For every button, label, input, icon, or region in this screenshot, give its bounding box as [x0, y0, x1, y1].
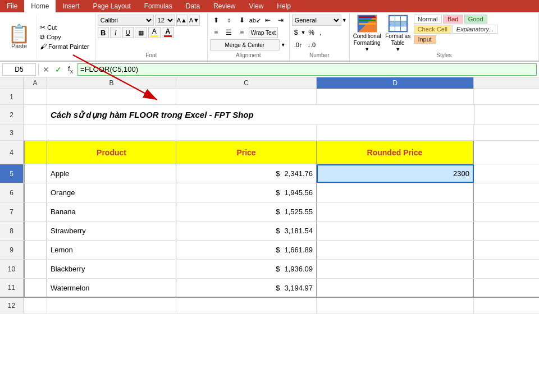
- cell-b11[interactable]: Watermelon: [47, 279, 176, 297]
- decrease-decimal-button[interactable]: ↓.0: [305, 39, 318, 50]
- cell-c9[interactable]: $1,661.89: [176, 241, 317, 259]
- tab-data[interactable]: Data: [179, 0, 207, 12]
- input-style[interactable]: Input: [414, 35, 436, 44]
- cell-c8[interactable]: $3,181.54: [176, 222, 317, 240]
- good-style[interactable]: Good: [464, 15, 487, 24]
- bad-style[interactable]: Bad: [443, 15, 463, 24]
- cell-c3[interactable]: [176, 125, 317, 140]
- font-size-select[interactable]: 12: [155, 15, 175, 26]
- cell-a6[interactable]: [24, 183, 47, 202]
- cell-d3[interactable]: [317, 125, 474, 140]
- cell-c1[interactable]: [176, 89, 317, 104]
- cell-a4[interactable]: [24, 141, 47, 164]
- cell-a7[interactable]: [24, 202, 47, 221]
- cell-a9[interactable]: [24, 241, 47, 259]
- cell-d4-header[interactable]: Rounded Price: [317, 141, 474, 164]
- cell-c10[interactable]: $1,936.09: [176, 260, 317, 278]
- col-header-a[interactable]: A: [24, 77, 47, 89]
- normal-style[interactable]: Normal: [414, 15, 442, 24]
- cell-d5[interactable]: 2300: [317, 164, 474, 183]
- tab-review[interactable]: Review: [207, 0, 242, 12]
- row-num-12[interactable]: 12: [0, 298, 24, 313]
- align-top-button[interactable]: ⬆: [210, 15, 222, 26]
- cell-a8[interactable]: [24, 222, 47, 240]
- indent-increase-button[interactable]: ⇥: [275, 15, 287, 26]
- cell-b4-header[interactable]: Product: [47, 141, 176, 164]
- merge-dropdown-icon[interactable]: ▼: [280, 42, 287, 48]
- col-header-d[interactable]: D: [317, 77, 474, 89]
- font-family-select[interactable]: Calibri: [98, 15, 154, 26]
- cell-c5[interactable]: $2,341.76: [176, 164, 317, 183]
- wrap-text-button[interactable]: Wrap Text: [249, 27, 278, 38]
- cell-d7[interactable]: [317, 202, 474, 221]
- number-format-dropdown-icon[interactable]: ▼: [342, 17, 347, 23]
- comma-button[interactable]: ,: [317, 27, 323, 38]
- align-bottom-button[interactable]: ⬇: [236, 15, 248, 26]
- accounting-dropdown-icon[interactable]: ▼: [300, 30, 305, 35]
- cell-a11[interactable]: [24, 279, 47, 297]
- cell-b3[interactable]: [47, 125, 176, 140]
- cell-b5[interactable]: Apple: [47, 164, 176, 183]
- cell-d12[interactable]: [317, 298, 474, 313]
- copy-button[interactable]: ⧉ Copy: [39, 33, 90, 41]
- format-table-dropdown[interactable]: ▼: [395, 47, 400, 52]
- cell-c7[interactable]: $1,525.55: [176, 202, 317, 221]
- cond-format-dropdown[interactable]: ▼: [364, 47, 369, 52]
- cell-d8[interactable]: [317, 222, 474, 240]
- text-direction-button[interactable]: ab↙: [249, 15, 261, 26]
- bold-button[interactable]: B: [98, 27, 109, 38]
- formula-input[interactable]: =FLOOR(C5,100): [77, 63, 537, 76]
- row-num-10[interactable]: 10: [0, 260, 24, 278]
- align-middle-button[interactable]: ↕: [223, 15, 235, 26]
- tab-page-layout[interactable]: Page Layout: [86, 0, 137, 12]
- cell-b2[interactable]: Cách sử dụng hàm FLOOR trong Excel - FPT…: [47, 105, 475, 124]
- cell-b9[interactable]: Lemon: [47, 241, 176, 259]
- cell-c12[interactable]: [176, 298, 317, 313]
- cancel-formula-button[interactable]: ✕: [41, 65, 51, 74]
- check-cell-style[interactable]: Check Cell: [414, 25, 451, 34]
- cell-a5[interactable]: [24, 164, 47, 183]
- increase-decimal-button[interactable]: .0↑: [292, 39, 305, 50]
- cut-button[interactable]: ✂ Cut: [39, 23, 90, 32]
- explanatory-style[interactable]: Explanatory...: [453, 25, 497, 34]
- cell-d10[interactable]: [317, 260, 474, 278]
- cell-a2[interactable]: [24, 105, 47, 124]
- confirm-formula-button[interactable]: ✓: [53, 65, 63, 74]
- tab-view[interactable]: View: [243, 0, 271, 12]
- conditional-formatting-button[interactable]: Conditional Formatting ▼: [352, 15, 382, 52]
- row-num-8[interactable]: 8: [0, 222, 24, 240]
- align-right-button[interactable]: ≡: [236, 27, 248, 38]
- cell-b12[interactable]: [47, 298, 176, 313]
- cell-d6[interactable]: [317, 183, 474, 202]
- border-button[interactable]: ▦: [135, 27, 147, 38]
- align-left-button[interactable]: ≡: [210, 27, 222, 38]
- row-num-4[interactable]: 4: [0, 141, 24, 164]
- row-num-11[interactable]: 11: [0, 279, 24, 297]
- cell-c6[interactable]: $1,945.56: [176, 183, 317, 202]
- format-painter-button[interactable]: 🖌 Format Painter: [39, 42, 90, 51]
- align-center-button[interactable]: ☰: [223, 27, 235, 38]
- tab-formulas[interactable]: Formulas: [138, 0, 179, 12]
- row-num-5[interactable]: 5: [0, 164, 24, 183]
- decrease-font-button[interactable]: A▼: [189, 15, 200, 26]
- italic-button[interactable]: I: [110, 27, 121, 38]
- percent-button[interactable]: %: [306, 27, 317, 38]
- row-num-9[interactable]: 9: [0, 241, 24, 259]
- cell-a12[interactable]: [24, 298, 47, 313]
- row-num-7[interactable]: 7: [0, 202, 24, 221]
- fill-color-button[interactable]: A: [148, 27, 161, 38]
- row-num-2[interactable]: 2: [0, 105, 24, 124]
- row-num-1[interactable]: 1: [0, 89, 24, 104]
- underline-button[interactable]: U: [122, 27, 134, 38]
- cell-c4-header[interactable]: Price: [176, 141, 317, 164]
- tab-insert[interactable]: Insert: [56, 0, 86, 12]
- cell-b1[interactable]: [47, 89, 176, 104]
- indent-decrease-button[interactable]: ⇤: [262, 15, 274, 26]
- cell-b7[interactable]: Banana: [47, 202, 176, 221]
- row-num-6[interactable]: 6: [0, 183, 24, 202]
- cell-a3[interactable]: [24, 125, 47, 140]
- cell-d9[interactable]: [317, 241, 474, 259]
- cell-a1[interactable]: [24, 89, 47, 104]
- tab-home[interactable]: Home: [24, 0, 56, 12]
- cell-ref-box[interactable]: D5: [2, 63, 36, 76]
